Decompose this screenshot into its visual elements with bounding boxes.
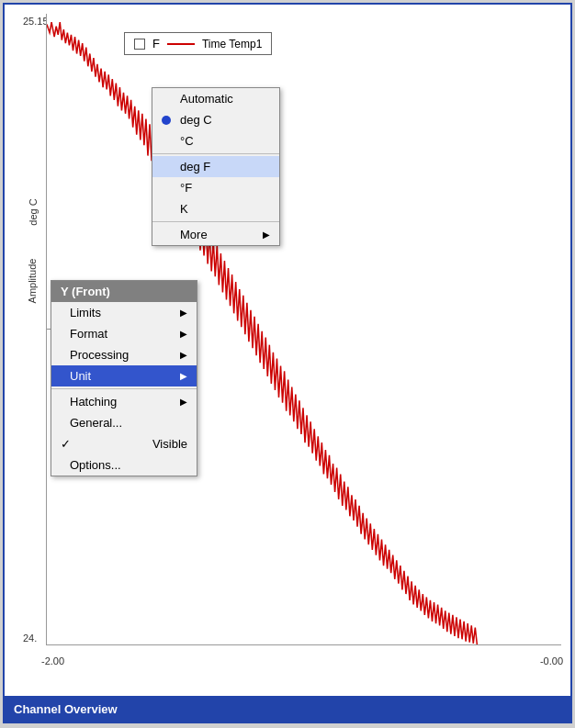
- legend-series-name: Time Temp1: [202, 38, 262, 50]
- submenu-item-degf-label: deg F: [180, 160, 210, 174]
- menu-item-format-arrow: ▶: [180, 329, 187, 339]
- menu-item-options-label: Options...: [70, 458, 121, 472]
- submenu-item-degf[interactable]: deg F: [152, 156, 279, 177]
- menu-item-hatching-arrow: ▶: [180, 397, 187, 407]
- menu-item-visible-check: ✓: [61, 437, 71, 451]
- y-axis-amplitude-label: Amplitude: [27, 259, 38, 304]
- submenu-item-degc-label: deg C: [180, 113, 212, 127]
- submenu-item-more-arrow: ▶: [263, 230, 270, 240]
- menu-item-hatching[interactable]: Hatching ▶: [51, 391, 197, 412]
- menu-item-general[interactable]: General...: [51, 412, 197, 433]
- menu-item-unit-label: Unit: [70, 369, 91, 383]
- submenu-item-fahrenheit[interactable]: °F: [152, 177, 279, 198]
- menu-item-format[interactable]: Format ▶: [51, 323, 197, 344]
- y-axis-unit-label: deg C: [28, 198, 39, 225]
- y-axis-top-value: 25.15: [23, 16, 49, 27]
- submenu-item-celsius-label: °C: [180, 134, 194, 148]
- submenu-item-automatic[interactable]: Automatic: [152, 88, 279, 109]
- submenu-item-celsius[interactable]: °C: [152, 130, 279, 151]
- context-menu-header: Y (Front): [51, 281, 197, 302]
- submenu-item-degc-radio: [162, 116, 171, 125]
- menu-item-processing-label: Processing: [70, 348, 129, 362]
- submenu-item-more-label: More: [180, 228, 208, 241]
- menu-item-unit-arrow: ▶: [180, 371, 187, 381]
- menu-item-unit[interactable]: Unit ▶: [51, 365, 197, 386]
- menu-item-limits-label: Limits: [70, 306, 101, 319]
- submenu-item-kelvin-label: K: [180, 202, 188, 216]
- menu-item-processing-arrow: ▶: [180, 350, 187, 360]
- legend-channel: F: [152, 37, 160, 50]
- submenu-separator-2: [152, 221, 279, 222]
- submenu-item-fahrenheit-label: °F: [180, 181, 192, 195]
- x-axis-left-label: -2.00: [41, 655, 64, 666]
- submenu-item-automatic-label: Automatic: [180, 92, 233, 106]
- menu-item-hatching-label: Hatching: [70, 395, 117, 409]
- y-axis-bottom-value: 24.: [23, 633, 37, 644]
- submenu-item-degc[interactable]: deg C: [152, 109, 279, 130]
- menu-item-limits-arrow: ▶: [180, 308, 187, 318]
- menu-item-options[interactable]: Options...: [51, 454, 197, 476]
- menu-item-format-label: Format: [70, 327, 107, 341]
- legend-line-indicator: [167, 43, 195, 45]
- submenu-separator-1: [152, 153, 279, 154]
- menu-item-general-label: General...: [70, 416, 122, 430]
- menu-item-processing[interactable]: Processing ▶: [51, 344, 197, 365]
- context-menu: Y (Front) Limits ▶ Format ▶ Processing ▶…: [51, 280, 197, 476]
- legend-box: F Time Temp1: [124, 32, 272, 55]
- submenu-item-more[interactable]: More ▶: [152, 224, 279, 245]
- chart-area: Amplitude deg C 25.15 24. -2.00: [5, 5, 570, 696]
- menu-separator-1: [51, 388, 197, 389]
- main-window: Amplitude deg C 25.15 24. -2.00: [3, 3, 572, 723]
- menu-item-visible[interactable]: ✓ Visible: [51, 433, 197, 454]
- legend-checkbox: [134, 39, 145, 50]
- menu-item-limits[interactable]: Limits ▶: [51, 302, 197, 323]
- submenu-item-kelvin[interactable]: K: [152, 198, 279, 219]
- menu-item-visible-label: Visible: [152, 437, 187, 451]
- unit-submenu: Automatic deg C °C deg F °F K More ▶: [152, 87, 280, 246]
- x-axis-right-label: -0.00: [540, 655, 563, 666]
- status-bar-text: Channel Overview: [14, 702, 118, 716]
- status-bar: Channel Overview: [5, 696, 570, 722]
